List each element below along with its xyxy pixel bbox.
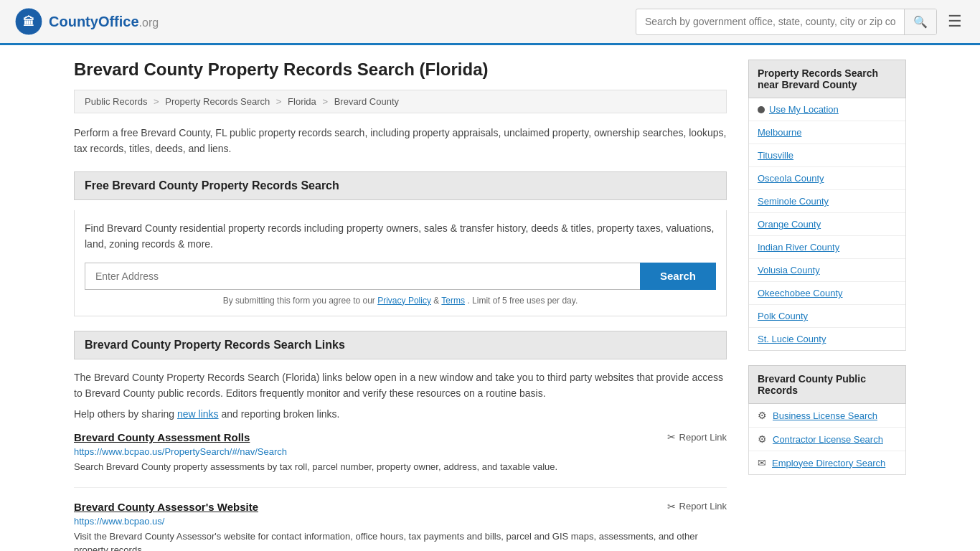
breadcrumb-florida[interactable]: Florida [288,96,316,107]
link-url-1[interactable]: https://www.bcpao.us/ [74,516,727,527]
sidebar-location-seminole[interactable]: Seminole County [749,190,905,213]
sidebar-nearby-header-line2: near Brevard County [758,79,857,90]
breadcrumb-property-records-search[interactable]: Property Records Search [165,96,270,107]
sidebar-use-my-location[interactable]: Use My Location [749,98,905,121]
sidebar-location-st-lucie[interactable]: St. Lucie County [749,328,905,350]
breadcrumb-public-records[interactable]: Public Records [85,96,147,107]
menu-icon[interactable]: ☰ [944,9,966,34]
link-desc-1: Visit the Brevard County Assessor's webs… [74,529,727,551]
report-link-icon-1: ✂ [667,501,676,512]
logo-icon: 🏛 [14,7,43,36]
employee-directory-link[interactable]: Employee Directory Search [772,458,885,468]
sidebar: Property Records Search near Brevard Cou… [748,60,906,551]
links-section: The Brevard County Property Records Sear… [74,369,727,551]
logo-text: CountyOffice.org [49,14,159,30]
breadcrumb-sep-2: > [276,96,282,107]
location-link-melbourne[interactable]: Melbourne [758,127,801,138]
sidebar-contractor-license[interactable]: ⚙ Contractor License Search [749,428,905,451]
business-license-link[interactable]: Business License Search [773,410,877,421]
contractor-license-link[interactable]: Contractor License Search [773,434,883,445]
link-desc-0: Search Brevard County property assessmen… [74,460,727,474]
sidebar-location-melbourne[interactable]: Melbourne [749,121,905,144]
location-link-st-lucie[interactable]: St. Lucie County [758,334,826,344]
sidebar-location-titusville[interactable]: Titusville [749,144,905,167]
address-search-button[interactable]: Search [640,263,716,290]
new-links-suffix-text: and reporting broken links. [221,408,339,420]
page-title: Brevard County Property Records Search (… [74,60,727,80]
global-search-input[interactable] [636,10,904,33]
sidebar-public-records-list: ⚙ Business License Search ⚙ Contractor L… [748,404,906,475]
use-my-location-link[interactable]: Use My Location [769,104,839,115]
sidebar-public-records-header: Brevard County Public Records [748,365,906,404]
breadcrumb: Public Records > Property Records Search… [74,90,727,113]
address-input[interactable] [85,263,640,290]
sidebar-business-license[interactable]: ⚙ Business License Search [749,404,905,428]
breadcrumb-sep-1: > [154,96,159,107]
location-link-orange[interactable]: Orange County [758,219,821,230]
link-item-header: Brevard County Assessor's Website ✂ Repo… [74,501,727,513]
main-content: Brevard County Property Records Search (… [74,60,727,551]
link-item: Brevard County Assessment Rolls ✂ Report… [74,431,727,488]
global-search-bar: 🔍 [636,9,937,35]
sidebar-location-indian-river[interactable]: Indian River County [749,236,905,259]
sidebar-nearby-list: Use My Location Melbourne Titusville Osc… [748,98,906,351]
terms-link[interactable]: Terms [441,296,465,306]
link-url-0[interactable]: https://www.bcpao.us/PropertySearch/#/na… [74,446,727,457]
sidebar-public-records-section: Brevard County Public Records ⚙ Business… [748,365,906,475]
location-link-titusville[interactable]: Titusville [758,150,793,161]
address-search-form: Search [85,263,716,290]
sidebar-nearby-section: Property Records Search near Brevard Cou… [748,60,906,351]
envelope-icon-employee: ✉ [758,457,766,468]
links-description: The Brevard County Property Records Sear… [74,369,727,402]
svg-text:🏛: 🏛 [23,15,34,28]
links-section-header: Brevard County Property Records Search L… [74,331,727,359]
sidebar-location-osceola[interactable]: Osceola County [749,167,905,190]
sidebar-location-polk[interactable]: Polk County [749,305,905,328]
sidebar-location-orange[interactable]: Orange County [749,213,905,236]
report-link-label-1: Report Link [679,501,727,512]
sidebar-nearby-header: Property Records Search near Brevard Cou… [748,60,906,98]
new-links-prefix: Help others by sharing [74,408,174,420]
report-link-btn-0[interactable]: ✂ Report Link [667,431,727,443]
sidebar-location-volusia[interactable]: Volusia County [749,259,905,282]
gear-icon-contractor: ⚙ [758,433,767,445]
report-link-btn-1[interactable]: ✂ Report Link [667,501,727,512]
logo-area: 🏛 CountyOffice.org [14,7,159,36]
location-link-polk[interactable]: Polk County [758,311,808,321]
sidebar-location-okeechobee[interactable]: Okeechobee County [749,282,905,305]
link-title-1[interactable]: Brevard County Assessor's Website [74,501,258,513]
sidebar-nearby-header-line1: Property Records Search [758,67,878,79]
location-link-volusia[interactable]: Volusia County [758,265,820,276]
location-link-indian-river[interactable]: Indian River County [758,242,839,253]
gear-icon-business: ⚙ [758,410,767,421]
form-footer-and: & [433,296,441,306]
free-search-section: Find Brevard County residential property… [74,210,727,316]
link-item: Brevard County Assessor's Website ✂ Repo… [74,501,727,551]
privacy-policy-link[interactable]: Privacy Policy [377,296,431,306]
new-links-link[interactable]: new links [177,408,219,420]
breadcrumb-sep-3: > [322,96,328,107]
report-link-icon-0: ✂ [667,431,676,443]
header-right: 🔍 ☰ [636,9,966,35]
location-link-seminole[interactable]: Seminole County [758,196,829,207]
location-link-okeechobee[interactable]: Okeechobee County [758,288,843,298]
report-link-label-0: Report Link [679,432,727,443]
sidebar-employee-directory[interactable]: ✉ Employee Directory Search [749,451,905,474]
free-search-description: Find Brevard County residential property… [85,220,716,253]
form-footer-limit: . Limit of 5 free uses per day. [467,296,578,306]
link-title-0[interactable]: Brevard County Assessment Rolls [74,431,250,443]
location-dot-icon [758,106,765,113]
intro-description: Perform a free Brevard County, FL public… [74,125,727,157]
link-item-header: Brevard County Assessment Rolls ✂ Report… [74,431,727,443]
breadcrumb-brevard-county[interactable]: Brevard County [334,96,399,107]
location-link-osceola[interactable]: Osceola County [758,173,824,184]
form-footer: By submitting this form you agree to our… [85,296,716,306]
global-search-button[interactable]: 🔍 [904,9,936,34]
site-header: 🏛 CountyOffice.org 🔍 ☰ [0,0,980,45]
page-container: Brevard County Property Records Search (… [60,45,920,551]
form-footer-text: By submitting this form you agree to our [223,296,375,306]
free-search-header: Free Brevard County Property Records Sea… [74,171,727,200]
new-links-note: Help others by sharing new links and rep… [74,408,727,420]
